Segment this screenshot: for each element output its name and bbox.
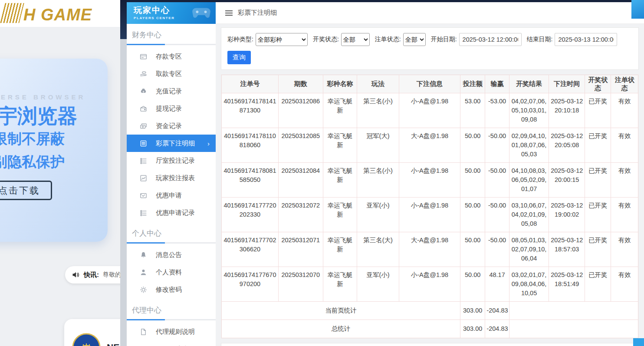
sidebar-item-promo-apply-record[interactable]: 优惠申请记录 — [127, 204, 216, 221]
sidebar-item-label: 消息公告 — [156, 251, 182, 259]
logo-text: H GAME — [23, 7, 92, 23]
table-cell: -204.83 — [485, 302, 509, 320]
content: 彩种类型: 全部彩种 开奖状态: 全部 注单状态: 全部 开始日期: 结束日期:… — [216, 24, 644, 346]
sidebar-item-personal-profile[interactable]: 个人资料 — [127, 264, 216, 281]
site-header: H GAME — [0, 0, 127, 27]
sidebar-item-promo-apply[interactable]: 优惠申请 — [127, 187, 216, 204]
download-button[interactable]: 点击下载 — [0, 181, 52, 200]
table-cell: 小-A盘@1.98 — [399, 163, 460, 198]
sidebar-item-label: 存款专区 — [156, 53, 182, 61]
browser-promo-banner: ERSE BROWSER 宇浏览器 限制不屏蔽 别隐私保护 点击下载 — [0, 59, 108, 242]
column-header: 期数 — [278, 75, 323, 93]
table-row: 40156917417808158505020250312084幸运飞艇新第三名… — [222, 163, 638, 198]
bet-list-icon — [140, 140, 147, 147]
menu-toggle-icon[interactable] — [225, 9, 233, 17]
table-cell: 2025-03-12 20:05:08 — [549, 128, 585, 163]
withdraw-hand-icon — [140, 70, 147, 78]
table-cell: 2025-03-12 18:51:49 — [549, 267, 585, 302]
table-cell: 大-A盘@1.98 — [399, 232, 460, 267]
table-cell: 20250312086 — [278, 93, 323, 128]
table-cell: 20250312072 — [278, 198, 323, 232]
table-cell: 303.00 — [460, 320, 485, 338]
sidebar-item-funds-record[interactable]: 资金记录 — [127, 117, 216, 135]
start-date-label: 开始日期: — [431, 36, 457, 43]
table-cell — [509, 302, 638, 320]
query-button[interactable]: 查询 — [227, 51, 251, 64]
sidebar-item-message-notice[interactable]: 消息公告 — [127, 246, 216, 264]
column-header: 下注时间 — [549, 75, 585, 93]
sidebar-item-withdraw-record[interactable]: 提现记录 — [127, 100, 216, 117]
table-cell: 幸运飞艇新 — [323, 93, 357, 128]
table-cell: 303.00 — [460, 302, 485, 320]
table-cell: -50.00 — [485, 128, 509, 163]
news-ticker[interactable]: 快讯: 尊敬的 — [65, 266, 127, 283]
column-header: 彩种名称 — [323, 75, 357, 93]
sidebar-item-withdraw-zone[interactable]: 取款专区 — [127, 65, 216, 82]
sidebar-item-label: 厅室投注记录 — [156, 157, 195, 165]
draw-status-label: 开奖状态: — [313, 36, 339, 43]
table-cell: 401569174178110818060 — [222, 128, 279, 163]
logo-bars-icon — [0, 3, 24, 23]
table-cell: 亚军(小) — [357, 267, 399, 302]
bet-table-panel: 注单号期数彩种名称玩法下注信息投注额输赢开奖结果下注时间开奖状态注单状态 401… — [221, 74, 639, 339]
table-cell: 有效 — [611, 198, 638, 232]
table-cell: 50.00 — [460, 198, 485, 232]
team-logo-icon — [72, 333, 101, 346]
table-cell: 当前页统计 — [222, 302, 460, 320]
table-cell: 已开奖 — [585, 163, 611, 198]
order-status-select[interactable]: 全部 — [403, 33, 426, 46]
document-icon — [140, 328, 147, 336]
sidebar-subtitle: PLAYERS CENTER — [134, 16, 175, 20]
user-icon — [140, 269, 147, 276]
player-center-sidebar: 玩家中心 PLAYERS CENTER 财务中心存款专区取款专区充值记录提现记录… — [127, 2, 216, 346]
table-cell: 第三名(小) — [357, 163, 399, 198]
table-cell: 401569174178081585050 — [222, 163, 279, 198]
column-header: 开奖状态 — [585, 75, 611, 93]
column-header: 下注信息 — [399, 75, 460, 93]
page-summary-row: 当前页统计303.00-204.83 — [222, 302, 638, 320]
start-date-input[interactable] — [459, 33, 522, 46]
sidebar-item-agent-rules[interactable]: 代理规则说明 — [127, 323, 216, 340]
draw-status-select[interactable]: 全部 — [341, 33, 370, 46]
table-cell: 2025-03-12 19:00:02 — [549, 198, 585, 232]
table-cell: 50.00 — [460, 232, 485, 267]
sidebar-item-room-bet-record[interactable]: 厅室投注记录 — [127, 152, 216, 169]
table-cell: 20250312070 — [278, 267, 323, 302]
table-cell: 401569174177720202330 — [222, 198, 279, 232]
table-cell: -50.00 — [485, 198, 509, 232]
background-site: H GAME ERSE BROWSER 宇浏览器 限制不屏蔽 别隐私保护 点击下… — [0, 0, 127, 346]
table-cell: 04,10,08,03,06,05,02,09,01,07 — [509, 163, 549, 198]
column-header: 注单状态 — [611, 75, 638, 93]
floating-widget-top[interactable] — [631, 0, 644, 19]
sidebar-title: 玩家中心 — [134, 6, 175, 15]
table-cell: 401569174177702306620 — [222, 232, 279, 267]
table-cell: 2025-03-12 18:57:03 — [549, 232, 585, 267]
chart-report-icon — [140, 175, 147, 182]
table-row: 40156917417772020233020250312072幸运飞艇新亚军(… — [222, 198, 638, 232]
players-center-header: 玩家中心 PLAYERS CENTER — [127, 2, 216, 24]
banner-kicker: ERSE BROWSER — [1, 93, 85, 101]
hh-game-logo[interactable]: H GAME — [3, 3, 92, 23]
table-cell: 已开奖 — [585, 93, 611, 128]
sidebar-item-player-bet-report[interactable]: 玩家投注报表 — [127, 169, 216, 187]
sidebar-item-lottery-bet-detail[interactable]: 彩票下注明细› — [127, 135, 216, 152]
ticker-text: 尊敬的 — [103, 271, 121, 279]
sidebar-item-agent-team-stats[interactable]: 代理团队统计 — [127, 340, 216, 346]
table-cell: 小-A盘@1.98 — [399, 93, 460, 128]
sidebar-item-recharge-record[interactable]: 充值记录 — [127, 82, 216, 100]
table-cell: 已开奖 — [585, 128, 611, 163]
table-cell: 总统计 — [222, 320, 460, 338]
table-cell: 幸运飞艇新 — [323, 163, 357, 198]
table-cell: 已开奖 — [585, 232, 611, 267]
table-cell: 已开奖 — [585, 198, 611, 232]
lottery-type-select[interactable]: 全部彩种 — [256, 33, 308, 46]
table-cell: 20250312085 — [278, 128, 323, 163]
floating-widget-bottom[interactable] — [633, 338, 644, 346]
table-cell: 50.00 — [460, 267, 485, 302]
table-cell: 20250312084 — [278, 163, 323, 198]
end-date-input[interactable] — [555, 33, 617, 46]
sidebar-item-deposit-zone[interactable]: 存款专区 — [127, 48, 216, 65]
sidebar-item-change-password[interactable]: 修改密码 — [127, 281, 216, 298]
menu-section-title: 代理中心 — [132, 305, 216, 315]
table-cell: 401569174177670970200 — [222, 267, 279, 302]
